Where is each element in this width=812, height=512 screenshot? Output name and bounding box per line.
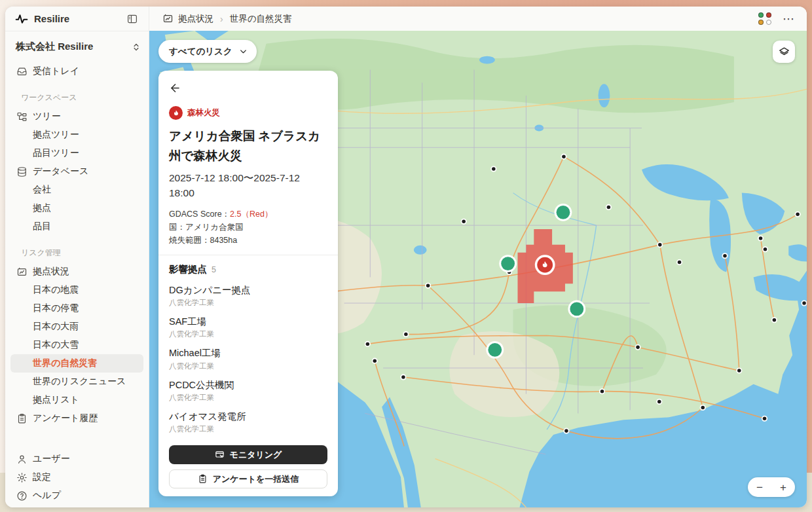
meta-line: GDACS Score：2.5（Red） — [169, 208, 327, 221]
user-icon — [16, 453, 28, 465]
sidebar-item-ユーザー[interactable]: ユーザー — [10, 450, 143, 468]
city-dot — [636, 346, 640, 350]
sidebar-item-世界のリスクニュース[interactable]: 世界のリスクニュース — [10, 373, 143, 391]
survey-clipboard-icon — [198, 474, 208, 484]
sidebar-item-設定[interactable]: 設定 — [10, 468, 143, 486]
map-container: すべてのリスク − + 森林火災 — [149, 31, 807, 507]
sidebar-section-label: ワークスペース — [10, 81, 143, 107]
sidebar-item-label: ユーザー — [33, 453, 70, 465]
wildfire-marker[interactable] — [535, 255, 555, 275]
sidebar-item-拠点リスト[interactable]: 拠点リスト — [10, 391, 143, 409]
sidebar-item-日本の大雪[interactable]: 日本の大雪 — [10, 336, 143, 354]
affected-site-row[interactable]: Michael工場八雲化学工業 — [169, 346, 327, 371]
sidebar-item-日本の大雨[interactable]: 日本の大雨 — [10, 318, 143, 336]
site-name: バイオマス発電所 — [169, 410, 327, 423]
city-dot — [607, 206, 611, 210]
site-marker[interactable] — [501, 257, 515, 270]
city-dot — [562, 155, 566, 158]
sidebar-item-label: 受信トレイ — [33, 65, 79, 77]
disaster-period: 2025-7-12 18:00〜2025-7-12 18:00 — [169, 170, 327, 201]
affected-site-row[interactable]: SAF工場八雲化学工業 — [169, 315, 327, 339]
breadcrumb-current: 世界の自然災害 — [230, 13, 292, 25]
monitoring-button[interactable]: モニタリング — [169, 445, 327, 464]
sidebar-item-世界の自然災害[interactable]: 世界の自然災害 — [10, 354, 143, 373]
sidebar-item-品目ツリー[interactable]: 品目ツリー — [10, 144, 143, 162]
city-dot — [462, 219, 466, 223]
send-survey-button[interactable]: アンケートを一括送信 — [169, 469, 327, 488]
sidebar-item-日本の地震[interactable]: 日本の地震 — [10, 281, 143, 299]
city-dot — [737, 369, 741, 373]
affected-sites-title: 影響拠点 — [169, 263, 207, 276]
zoom-in-button[interactable]: + — [771, 477, 795, 497]
city-dot — [564, 429, 568, 433]
map-layers-button[interactable] — [773, 41, 795, 63]
zoom-out-button[interactable]: − — [748, 477, 771, 497]
sidebar-header: Resilire — [5, 7, 149, 31]
breadcrumb-root-label: 拠点状況 — [178, 13, 213, 25]
sidebar-item-label: データベース — [33, 166, 88, 177]
sidebar-item-label: ツリー — [33, 111, 61, 122]
city-dot — [759, 236, 763, 240]
sidebar-item-品目[interactable]: 品目 — [10, 217, 143, 236]
sidebar-item-会社[interactable]: 会社 — [10, 181, 143, 199]
city-dot — [763, 417, 767, 421]
site-name: SAF工場 — [169, 315, 327, 328]
sidebar-item-label: 日本の大雪 — [33, 339, 79, 351]
site-company: 八雲化学工業 — [169, 298, 327, 308]
monitoring-icon — [215, 450, 225, 460]
sidebar-item-拠点[interactable]: 拠点 — [10, 199, 143, 217]
collapse-sidebar-icon[interactable] — [124, 10, 141, 27]
sidebar-item-データベース[interactable]: データベース — [10, 162, 143, 181]
disaster-category: 森林火災 — [169, 106, 327, 120]
affected-sites-list: DGカンパニー拠点八雲化学工業SAF工場八雲化学工業Michael工場八雲化学工… — [169, 283, 327, 445]
database-icon — [16, 166, 28, 177]
meta-line: 国：アメリカ合衆国 — [169, 221, 327, 234]
site-marker[interactable] — [488, 343, 502, 357]
affected-site-row[interactable]: PCDC公共機関八雲化学工業 — [169, 378, 327, 403]
city-dot — [796, 213, 800, 217]
risk-filter-dropdown[interactable]: すべてのリスク — [158, 40, 257, 63]
sidebar-item-ツリー[interactable]: ツリー — [10, 107, 143, 126]
sidebar-item-label: 会社 — [33, 184, 51, 196]
disaster-detail-panel: 森林火災 アメリカ合衆国 ネブラスカ州で森林火災 2025-7-12 18:00… — [158, 71, 338, 496]
app-title: Resilire — [34, 13, 119, 24]
status-dots-icon[interactable] — [758, 12, 772, 25]
gear-icon — [16, 471, 28, 483]
status-board-icon — [162, 13, 174, 24]
city-dot — [802, 301, 806, 305]
affected-site-row[interactable]: DGカンパニー拠点八雲化学工業 — [169, 283, 327, 308]
site-marker[interactable] — [570, 302, 583, 316]
city-dot — [658, 243, 662, 247]
affected-sites-count: 5 — [212, 265, 216, 274]
sidebar-item-拠点ツリー[interactable]: 拠点ツリー — [10, 126, 143, 144]
help-icon — [16, 490, 28, 502]
map-zoom-control: − + — [748, 477, 795, 497]
disaster-title: アメリカ合衆国 ネブラスカ州で森林火災 — [169, 126, 327, 165]
affected-site-row[interactable]: バイオマス発電所八雲化学工業 — [169, 410, 327, 434]
sidebar-item-日本の停電[interactable]: 日本の停電 — [10, 299, 143, 318]
breadcrumb-root[interactable]: 拠点状況 — [162, 13, 213, 25]
sidebar-item-label: 世界の自然災害 — [33, 357, 97, 369]
back-button[interactable] — [169, 80, 185, 96]
sidebar-item-label: 拠点リスト — [33, 394, 79, 406]
site-marker[interactable] — [557, 206, 570, 219]
breadcrumb-separator: › — [219, 14, 225, 24]
wildfire-badge-icon — [169, 106, 183, 120]
org-switcher[interactable]: 株式会社 Resilire — [5, 31, 149, 61]
sidebar-item-拠点状況[interactable]: 拠点状況 — [10, 263, 143, 281]
city-dot — [366, 342, 370, 346]
sidebar-item-label: 設定 — [33, 471, 51, 483]
more-menu-icon[interactable]: ⋯ — [783, 16, 795, 22]
sidebar-item-inbox[interactable]: 受信トレイ — [10, 62, 143, 81]
affected-sites-header: 影響拠点 5 — [169, 263, 327, 276]
sidebar: Resilire 株式会社 Resilire 受信トレイ ワークスペースツリー拠… — [5, 7, 149, 507]
back-arrow-icon — [169, 82, 181, 94]
tree-icon — [16, 111, 28, 122]
city-dot — [426, 283, 430, 287]
sidebar-item-アンケート履歴[interactable]: アンケート履歴 — [10, 409, 143, 428]
sidebar-item-label: 拠点ツリー — [33, 129, 79, 141]
risk-filter-label: すべてのリスク — [169, 46, 232, 58]
sidebar-item-label: アンケート履歴 — [33, 412, 98, 424]
sidebar-item-ヘルプ[interactable]: ヘルプ — [10, 486, 143, 505]
site-name: DGカンパニー拠点 — [169, 283, 327, 297]
